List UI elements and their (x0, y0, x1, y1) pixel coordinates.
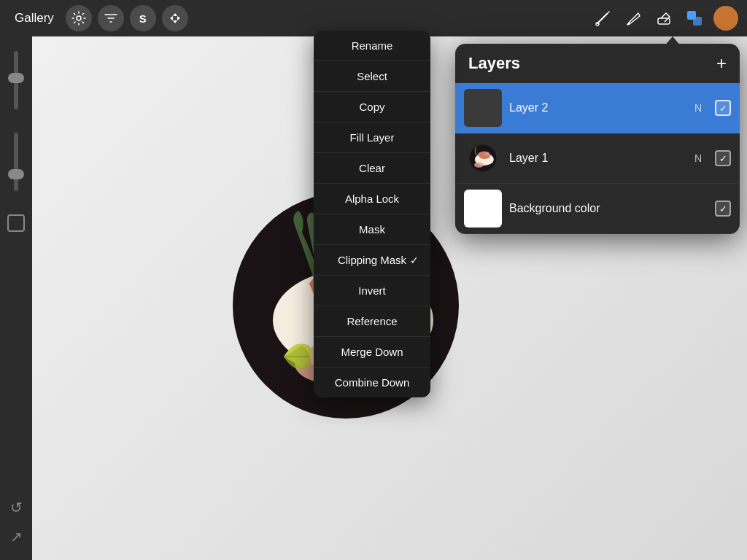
layer-2-mode: N (694, 102, 702, 114)
context-menu-copy[interactable]: Copy (314, 92, 430, 122)
layers-panel: Layers + Layer 2 N La (455, 44, 740, 234)
context-menu-merge-down[interactable]: Merge Down (314, 337, 430, 368)
left-sidebar: ↺ ↗ (0, 36, 32, 560)
brush-size-slider[interactable] (14, 51, 18, 109)
svg-point-0 (77, 16, 81, 20)
layer-2-thumbnail (464, 89, 502, 127)
layers-tool-icon[interactable] (683, 7, 706, 30)
layer-row-background[interactable]: Background color (455, 184, 740, 234)
opacity-slider-container (14, 133, 18, 191)
context-menu: Rename Select Copy Fill Layer Clear Alph… (314, 31, 430, 397)
avatar[interactable] (713, 6, 738, 31)
adjust-button[interactable] (98, 5, 124, 31)
color-square[interactable] (7, 214, 25, 232)
context-menu-select[interactable]: Select (314, 61, 430, 92)
toolbar-left: Gallery S (9, 5, 188, 31)
transform-button[interactable] (162, 5, 188, 31)
svg-point-19 (474, 162, 484, 167)
background-name: Background color (509, 202, 694, 215)
context-menu-mask[interactable]: Mask (314, 214, 430, 245)
opacity-thumb[interactable] (8, 169, 24, 179)
sidebar-bottom: ↺ ↗ (10, 499, 23, 545)
settings-button[interactable] (66, 5, 92, 31)
layer-1-mode: N (694, 152, 702, 164)
context-menu-fill-layer[interactable]: Fill Layer (314, 122, 430, 153)
pen-tool-icon[interactable] (622, 7, 645, 30)
layer-1-checkbox[interactable] (715, 150, 731, 166)
context-menu-combine-down[interactable]: Combine Down (314, 368, 430, 397)
gallery-button[interactable]: Gallery (9, 8, 60, 28)
undo-icon[interactable]: ↺ (10, 499, 23, 516)
layer-2-name: Layer 2 (509, 101, 687, 114)
context-menu-clipping-mask[interactable]: Clipping Mask (314, 245, 430, 276)
layers-add-button[interactable]: + (716, 55, 727, 72)
opacity-slider[interactable] (14, 133, 18, 191)
context-menu-rename[interactable]: Rename (314, 31, 430, 61)
context-menu-reference[interactable]: Reference (314, 306, 430, 337)
brush-size-thumb[interactable] (8, 73, 24, 83)
context-menu-invert[interactable]: Invert (314, 276, 430, 306)
brush-tool-icon[interactable] (591, 7, 614, 30)
layer-1-thumbnail (464, 139, 502, 177)
context-menu-clear[interactable]: Clear (314, 153, 430, 184)
background-checkbox[interactable] (715, 201, 731, 217)
brush-size-slider-container (14, 51, 18, 109)
background-thumbnail (464, 190, 502, 228)
eraser-tool-icon[interactable] (652, 7, 676, 30)
layer-row-1[interactable]: Layer 1 N (455, 133, 740, 184)
svg-point-1 (596, 23, 599, 26)
layer-row-2[interactable]: Layer 2 N (455, 83, 740, 133)
layers-caret (664, 36, 681, 47)
layers-header: Layers + (455, 44, 740, 83)
layers-title: Layers (468, 54, 520, 73)
svg-rect-15 (464, 89, 502, 127)
redo-icon[interactable]: ↗ (10, 528, 23, 545)
context-menu-alpha-lock[interactable]: Alpha Lock (314, 184, 430, 214)
svg-rect-4 (693, 17, 702, 26)
toolbar-right (591, 6, 738, 31)
svg-point-20 (484, 152, 489, 156)
selection-button[interactable]: S (130, 5, 156, 31)
layer-1-name: Layer 1 (509, 152, 687, 165)
layer-2-checkbox[interactable] (715, 100, 731, 116)
